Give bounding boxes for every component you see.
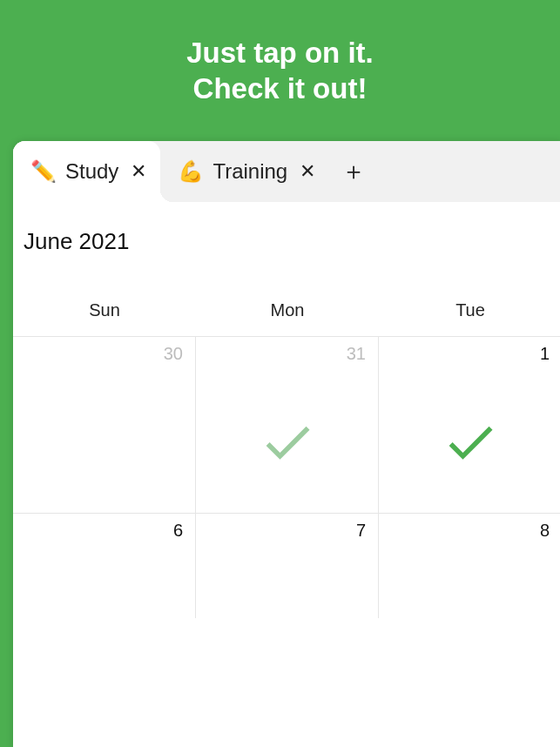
day-number: 6 <box>173 521 183 541</box>
calendar-cell[interactable]: 30 <box>13 337 196 513</box>
calendar-row: 30 31 1 <box>13 336 560 513</box>
calendar-cell[interactable]: 8 <box>379 514 560 618</box>
close-icon[interactable]: ✕ <box>300 160 315 183</box>
calendar-cell[interactable]: 7 <box>196 514 379 618</box>
calendar-content: June 2021 Sun Mon Tue 30 31 1 <box>13 202 560 618</box>
day-number: 7 <box>356 521 366 541</box>
day-number: 30 <box>164 344 183 364</box>
calendar-cell[interactable]: 1 <box>379 337 560 513</box>
check-icon <box>441 413 500 472</box>
plus-icon: ＋ <box>341 155 366 188</box>
pencil-icon: ✏️ <box>30 159 57 184</box>
hero-banner: Just tap on it. Check it out! <box>0 0 560 141</box>
app-sheet: ✏️ Study ✕ 💪 Training ✕ ＋ June 2021 Sun … <box>13 141 560 747</box>
weekday-label: Tue <box>379 300 560 336</box>
tab-training[interactable]: 💪 Training ✕ <box>160 141 329 202</box>
hero-title: Just tap on it. Check it out! <box>186 35 374 107</box>
close-icon[interactable]: ✕ <box>131 160 146 183</box>
flexed-biceps-icon: 💪 <box>178 159 204 184</box>
calendar-row: 6 7 8 <box>13 513 560 618</box>
weekday-header: Sun Mon Tue <box>13 300 560 336</box>
calendar-grid: Sun Mon Tue 30 31 1 <box>13 300 560 618</box>
hero-line-2: Check it out! <box>193 72 368 104</box>
tab-bar: ✏️ Study ✕ 💪 Training ✕ ＋ <box>13 141 560 202</box>
weekday-label: Mon <box>196 300 379 336</box>
weekday-label: Sun <box>13 300 196 336</box>
calendar-cell[interactable]: 31 <box>196 337 379 513</box>
tab-study[interactable]: ✏️ Study ✕ <box>13 141 160 202</box>
check-icon <box>258 413 317 472</box>
day-number: 31 <box>347 344 366 364</box>
day-number: 1 <box>540 344 550 364</box>
day-number: 8 <box>540 521 550 541</box>
tab-label: Study <box>65 159 118 184</box>
calendar-cell[interactable]: 6 <box>13 514 196 618</box>
tab-label: Training <box>213 159 287 184</box>
add-tab-button[interactable]: ＋ <box>329 141 378 202</box>
month-title: June 2021 <box>13 228 560 255</box>
hero-line-1: Just tap on it. <box>186 37 374 69</box>
